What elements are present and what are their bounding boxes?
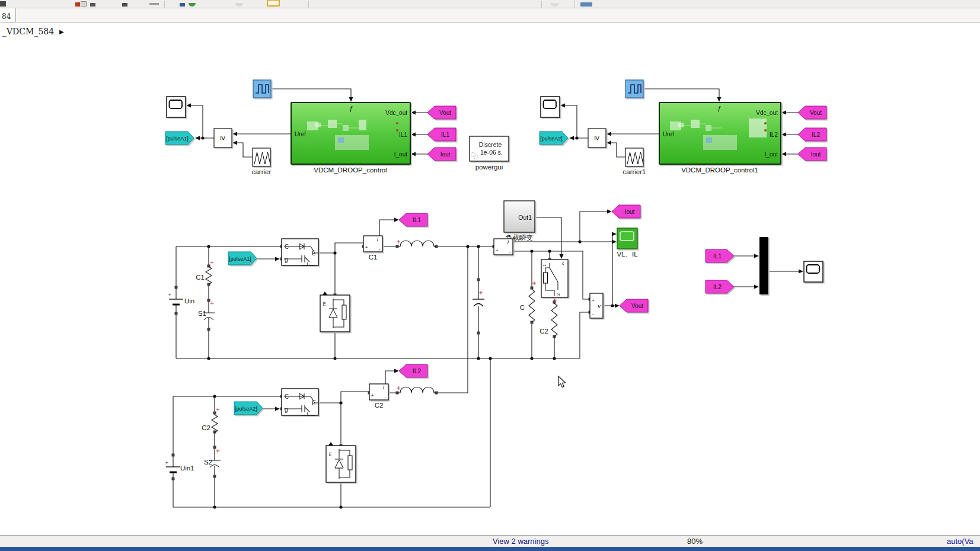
polarity-marks xyxy=(210,240,557,453)
load-step-subsystem[interactable]: Out1 xyxy=(504,201,535,232)
subsystem1-port-iout: I_out xyxy=(394,151,407,158)
load-resistor[interactable] xyxy=(529,289,535,322)
from-vout-label1: Vout xyxy=(439,110,451,116)
inductor2[interactable] xyxy=(397,387,436,393)
port-squares xyxy=(172,241,592,484)
snubber-resistor2-label: C2 xyxy=(202,424,210,431)
voltage-meas-v: v xyxy=(598,303,601,309)
voltage-measure-block[interactable]: + - v xyxy=(590,293,603,318)
current-measure1-block[interactable] xyxy=(363,236,382,252)
snubber-capacitor1-label: S1 xyxy=(198,310,206,317)
powergui-line1: Discrete xyxy=(479,141,502,148)
load-step-out1-label: Out1 xyxy=(518,214,532,221)
breaker-port1-label: 1 xyxy=(542,264,547,267)
carrier1-label: carrier xyxy=(252,168,272,175)
junction-dots xyxy=(201,136,614,508)
load-current-measure-block[interactable] xyxy=(494,239,513,255)
arrowheads-right xyxy=(275,210,803,411)
subsystem1-label: VDCM_DROOP_control xyxy=(314,166,387,174)
trigger-port-icon: ƒ xyxy=(717,105,721,112)
subsystem2-port-uref: Uref xyxy=(663,131,674,137)
from-il1-label1: IL1 xyxy=(441,132,449,138)
dc-source-uin[interactable] xyxy=(168,292,183,305)
current-measure1-label: C1 xyxy=(369,254,378,261)
powergui-label: powergui xyxy=(475,164,503,171)
dc-source-uin1-label: Uin1 xyxy=(180,464,194,472)
scope3-block[interactable] xyxy=(804,261,823,282)
voltage-meas-minus: - xyxy=(592,311,594,316)
current-measure2-label: C2 xyxy=(375,402,384,409)
diode2-block[interactable] xyxy=(326,442,356,482)
taskbar-strip xyxy=(0,547,980,551)
goto-iout-label: Iout xyxy=(625,209,635,215)
from-pulseA2-label: [pulseA2] xyxy=(235,406,257,412)
scope2-block[interactable] xyxy=(541,97,560,117)
subsystem2-label: VDCM_DROOP_control1 xyxy=(681,166,758,174)
from-il1-mux-label: IL1 xyxy=(713,253,722,260)
carrier2-block[interactable] xyxy=(625,148,643,166)
diode1-block[interactable] xyxy=(320,291,350,332)
igbt1-block[interactable] xyxy=(282,239,318,265)
relop2-symbol: ≥ xyxy=(593,136,602,140)
igbt2-block[interactable] xyxy=(282,389,318,415)
subsystem1-port-il1: IL1 xyxy=(399,132,407,138)
carrier1-block[interactable] xyxy=(253,148,270,166)
goto-il1-label: IL1 xyxy=(413,217,421,223)
relop1-symbol: ≥ xyxy=(219,136,228,140)
breaker-portc-label: c xyxy=(562,261,564,265)
mouse-cursor xyxy=(558,376,566,387)
output-capacitor[interactable] xyxy=(473,299,484,306)
dc-source-uin-label: Uin xyxy=(184,297,194,305)
breaker-port2-label: 2 xyxy=(556,293,560,296)
from-iout-label1: Iout xyxy=(440,151,451,158)
zoom-level[interactable]: 80% xyxy=(687,537,703,546)
from-il2-label2: IL2 xyxy=(812,132,820,138)
from-pulseA1-label: [pulseA1] xyxy=(229,256,251,262)
physical-wires xyxy=(173,243,590,507)
voltage-meas-plus: + xyxy=(592,298,595,303)
goto-pulseA1-label: [pulseA1] xyxy=(166,136,189,142)
solver-info[interactable]: auto(Va xyxy=(947,537,973,546)
breaker-resistor-label: C2 xyxy=(540,328,548,335)
snubber-resistor2[interactable] xyxy=(212,415,218,433)
pulse-generator1[interactable] xyxy=(253,80,271,98)
powergui-block[interactable]: Discrete 1e-06 s. xyxy=(470,136,509,161)
subsystem2-port-il2: IL2 xyxy=(770,132,778,138)
subsystem1-port-vdcout: Vdc_out xyxy=(385,110,407,116)
subsystem2-port-iout: I_out xyxy=(765,151,778,158)
breaker-block[interactable]: 1 c 2 xyxy=(541,260,568,297)
scope1-block[interactable] xyxy=(167,97,186,117)
powergui-line2: 1e-06 s. xyxy=(480,149,503,156)
goto-vout-label: Vout xyxy=(631,303,643,309)
mux-block[interactable] xyxy=(759,237,768,294)
inductor1[interactable] xyxy=(397,241,436,246)
trigger-port-icon: ƒ xyxy=(349,105,353,112)
from-iout-label2: Iout xyxy=(811,151,821,158)
from-vout-label2: Vout xyxy=(810,110,822,116)
view-warnings-link[interactable]: View 2 warnings xyxy=(493,537,548,546)
vdcm-droop-control-subsystem[interactable]: ƒ Uref Vdc_out IL1 I_out xyxy=(291,102,410,164)
goto-pulseA2-label: [pulseA2] xyxy=(540,136,563,142)
snubber-capacitor2-label: S2 xyxy=(204,459,212,466)
vdcm-droop-control1-subsystem[interactable]: ƒ Uref Vdc_out IL2 I_out xyxy=(659,102,781,164)
dc-source-uin1[interactable] xyxy=(165,460,180,472)
model-canvas[interactable]: C g E m + i - + xyxy=(0,0,980,535)
snubber-resistor1-label: C1 xyxy=(196,274,205,281)
load-resistor-label: C xyxy=(520,304,525,311)
snubber-resistor1[interactable] xyxy=(206,267,212,284)
carrier2-label: carrier1 xyxy=(623,168,646,175)
goto-il2-label: IL2 xyxy=(413,368,421,374)
current-measure2-block[interactable] xyxy=(369,384,388,400)
vl-il-scope-label: VL、IL xyxy=(617,251,638,258)
vl-il-scope-block[interactable] xyxy=(617,228,637,249)
status-bar: View 2 warnings 80% auto(Va xyxy=(0,535,980,547)
subsystem2-port-vdcout: Vdc_out xyxy=(756,110,778,116)
from-il2-mux-label: IL2 xyxy=(713,284,722,290)
breaker-resistor[interactable] xyxy=(551,303,557,337)
subsystem1-port-uref: Uref xyxy=(295,131,306,137)
pulse-generator2[interactable] xyxy=(625,80,643,98)
